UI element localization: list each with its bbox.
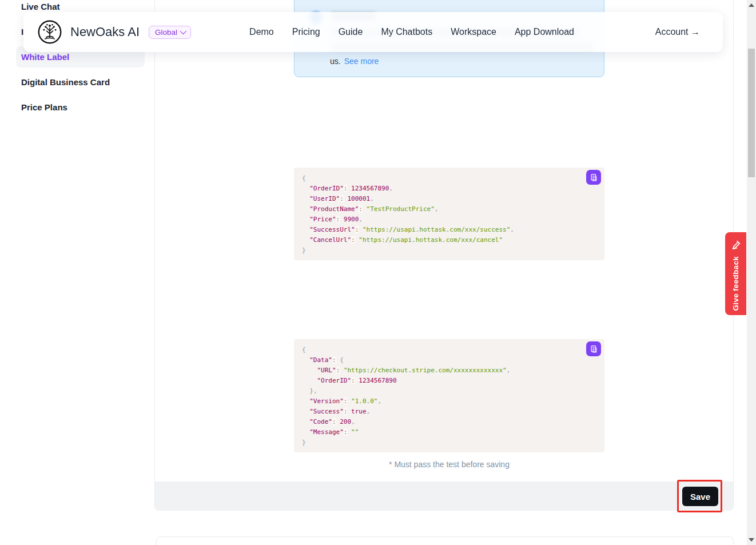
nav-link-demo[interactable]: Demo [249,27,274,37]
feedback-tab-label: Give feedback [731,256,740,311]
chevron-down-icon [180,28,186,34]
must-pass-note: * Must pass the test before saving [294,460,604,469]
brand-name: NewOaks AI [70,25,140,39]
scroll-up-arrow-icon[interactable] [749,3,754,7]
nav-link-guide[interactable]: Guide [339,27,363,37]
sidebar-item-digital-business-card[interactable]: Digital Business Card [21,77,110,87]
parameters-code-block: { "OrderID": 1234567890, "UserID": 10000… [294,168,604,260]
parameters-json: { "OrderID": 1234567890, "UserID": 10000… [302,173,596,256]
copy-icon[interactable] [586,170,601,185]
scrollbar[interactable] [747,0,756,545]
sidebar-item-price-plans[interactable]: Price Plans [21,102,67,112]
nav-link-pricing[interactable]: Pricing [292,27,320,37]
give-feedback-tab[interactable]: Give feedback [725,232,746,315]
pencil-icon [730,238,742,250]
nav-link-app-download[interactable]: App Download [515,27,574,37]
sidebar-item-live-chat[interactable]: Live Chat [21,2,60,11]
expected-response-json: { "Data": { "URL": "https://checkout.str… [302,345,596,448]
scroll-down-arrow-icon[interactable] [749,538,754,542]
scrollbar-thumb[interactable] [748,49,755,177]
expected-response-code-block: { "Data": { "URL": "https://checkout.str… [294,339,604,452]
copy-icon[interactable] [586,341,601,356]
next-section-card [156,536,734,545]
nav-link-workspace[interactable]: Workspace [451,27,496,37]
sidebar-item-white-label[interactable]: White Label [21,52,69,62]
nav-link-my-chatbots[interactable]: My Chatbots [381,27,432,37]
account-link[interactable]: Account → [655,27,700,37]
nav-links: Demo Pricing Guide My Chatbots Workspace… [249,27,574,37]
region-selector-value: Global [155,28,177,37]
top-navbar: NewOaks AI Global Demo Pricing Guide My … [23,12,723,52]
reminder-visible-text: us. [330,57,341,66]
see-more-link[interactable]: See more [344,57,379,66]
region-selector[interactable]: Global [149,26,191,39]
newoaks-logo-icon[interactable] [37,19,62,45]
sidebar: Live Chat I White Label Digital Business… [0,0,154,545]
card-footer [155,482,733,511]
save-button[interactable]: Save [682,487,718,506]
